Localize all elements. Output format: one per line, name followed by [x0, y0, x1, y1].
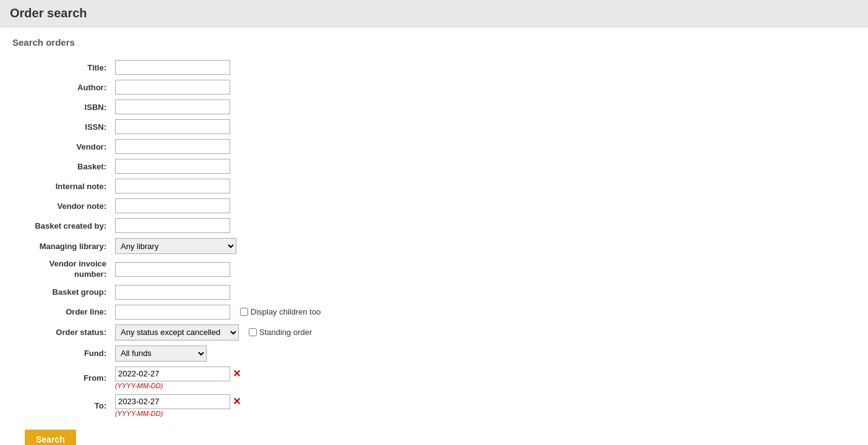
order-line-input[interactable]: [115, 305, 230, 320]
search-form: Title: Author: ISBN: ISSN: Vendor:: [12, 57, 324, 420]
internal-note-input[interactable]: [115, 179, 230, 193]
search-button[interactable]: Search: [25, 430, 76, 445]
basket-created-by-row: Basket created by:: [12, 216, 324, 235]
author-label: Author:: [12, 77, 111, 97]
order-status-select[interactable]: Any status except cancelled: [115, 324, 239, 341]
to-date-input[interactable]: [115, 394, 230, 409]
internal-note-label: Internal note:: [12, 176, 111, 196]
clear-from-date-button[interactable]: ✕: [233, 368, 241, 379]
title-label: Title:: [12, 57, 111, 77]
to-row: To: ✕ (YYYY-MM-DD): [12, 392, 324, 420]
order-line-row: Order line: Display children too: [12, 302, 324, 322]
to-label: To:: [12, 392, 111, 420]
issn-row: ISSN:: [12, 117, 324, 137]
title-row: Title:: [12, 57, 324, 77]
from-label: From:: [12, 364, 111, 392]
fund-select[interactable]: All funds: [115, 345, 207, 362]
basket-created-by-label: Basket created by:: [12, 216, 111, 235]
isbn-label: ISBN:: [12, 97, 111, 117]
vendor-input[interactable]: [115, 139, 230, 154]
display-children-label: Display children too: [240, 307, 320, 316]
vendor-row: Vendor:: [12, 137, 324, 156]
vendor-label: Vendor:: [12, 137, 111, 156]
basket-input[interactable]: [115, 159, 230, 174]
basket-group-row: Basket group:: [12, 282, 324, 302]
author-row: Author:: [12, 77, 324, 97]
standing-order-checkbox[interactable]: [249, 328, 257, 336]
issn-input[interactable]: [115, 119, 230, 134]
internal-note-row: Internal note:: [12, 176, 324, 196]
vendor-note-input[interactable]: [115, 198, 230, 213]
managing-library-row: Managing library: Any library: [12, 235, 324, 256]
basket-group-label: Basket group:: [12, 282, 111, 302]
fund-label: Fund:: [12, 343, 111, 364]
vendor-invoice-number-label: Vendor invoicenumber:: [12, 256, 111, 282]
order-line-label: Order line:: [12, 302, 111, 322]
author-input[interactable]: [115, 80, 230, 95]
vendor-note-row: Vendor note:: [12, 196, 324, 216]
basket-row: Basket:: [12, 156, 324, 176]
title-input[interactable]: [115, 60, 230, 75]
from-date-hint: (YYYY-MM-DD): [115, 382, 320, 389]
fund-row: Fund: All funds: [12, 343, 324, 364]
isbn-row: ISBN:: [12, 97, 324, 117]
basket-group-input[interactable]: [115, 285, 230, 300]
basket-label: Basket:: [12, 156, 111, 176]
page-title: Order search: [0, 0, 868, 27]
vendor-invoice-number-input[interactable]: [115, 262, 230, 277]
order-status-label: Order status:: [12, 322, 111, 343]
clear-to-date-button[interactable]: ✕: [233, 396, 241, 407]
to-date-hint: (YYYY-MM-DD): [115, 410, 320, 417]
vendor-invoice-number-row: Vendor invoicenumber:: [12, 256, 324, 282]
basket-created-by-input[interactable]: [115, 218, 230, 233]
standing-order-label: Standing order: [249, 328, 312, 337]
managing-library-select[interactable]: Any library: [115, 238, 236, 254]
vendor-note-label: Vendor note:: [12, 196, 111, 216]
managing-library-label: Managing library:: [12, 235, 111, 256]
section-title: Search orders: [12, 37, 856, 48]
from-row: From: ✕ (YYYY-MM-DD): [12, 364, 324, 392]
order-status-row: Order status: Any status except cancelle…: [12, 322, 324, 343]
from-date-input[interactable]: [115, 367, 230, 381]
issn-label: ISSN:: [12, 117, 111, 137]
isbn-input[interactable]: [115, 100, 230, 114]
display-children-checkbox[interactable]: [240, 308, 248, 316]
